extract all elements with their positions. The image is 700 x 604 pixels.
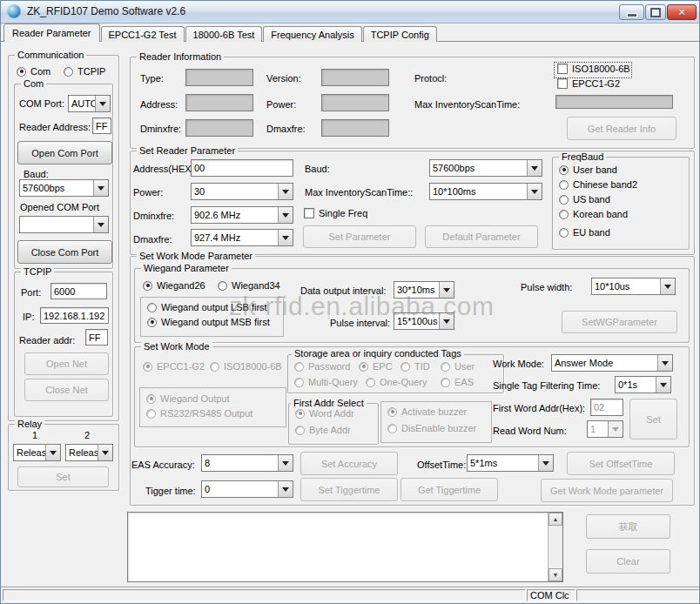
read-word-num-select[interactable]: 1 <box>587 420 623 438</box>
tab-tcpip-config[interactable]: TCPIP Config <box>363 26 437 42</box>
storage-tid-radio[interactable]: TID <box>400 361 430 372</box>
freqbaud-user-band-radio[interactable]: User band <box>559 164 617 175</box>
relay2-select[interactable]: Releas <box>65 444 113 461</box>
first-word-addr-input[interactable]: 02 <box>590 399 623 416</box>
storage-epc-radio[interactable]: EPC <box>359 361 393 372</box>
storage-password-radio[interactable]: Password <box>294 361 350 372</box>
rs232-output-radio[interactable]: RS232/RS485 Output <box>146 408 252 419</box>
com-port-dropdown-icon[interactable] <box>95 96 110 111</box>
freqbaud-us-band-radio[interactable]: US band <box>559 194 610 205</box>
wm-epcc1-g2-radio[interactable]: EPCC1-G2 <box>143 361 205 372</box>
relay1-dropdown-icon[interactable] <box>45 445 60 460</box>
relay1-select[interactable]: Releas <box>13 444 61 461</box>
freqbaud-eu-band-radio[interactable]: EU band <box>559 227 610 238</box>
reader-address-input[interactable]: FF <box>92 117 111 134</box>
ip-input[interactable]: 192.168.1.192 <box>40 307 109 324</box>
tigger-time-dropdown-icon[interactable] <box>278 481 293 497</box>
clear-button[interactable]: Clear <box>586 549 670 574</box>
set-parameter-button[interactable]: Set Parameter <box>303 225 416 248</box>
tab-frequency-analysis[interactable]: Frequency Analysis <box>263 26 361 42</box>
set-tiggertime-button[interactable]: Set Tiggertime <box>300 478 398 501</box>
single-freq-checkbox[interactable]: Single Freq <box>304 208 367 218</box>
set-wg-parameter-button[interactable]: SetWGParameter <box>562 311 677 333</box>
default-parameter-button[interactable]: Default Parameter <box>425 225 538 248</box>
activate-buzzer-radio[interactable]: Activate buzzer <box>387 406 467 417</box>
offset-time-select[interactable]: 5*1ms <box>467 454 554 472</box>
tab-reader-parameter[interactable]: Reader Parameter <box>3 23 100 42</box>
tab-epcc1-g2-test[interactable]: EPCC1-G2 Test <box>101 26 185 42</box>
com-radio[interactable]: Com <box>17 66 50 77</box>
byte-addr-radio[interactable]: Byte Addr <box>295 425 351 435</box>
work-mode-select[interactable]: Answer Mode <box>551 354 673 372</box>
epcc1-g2-checkbox[interactable]: EPCC1-G2 <box>557 78 620 89</box>
tigger-time-select[interactable]: 0 <box>201 480 293 498</box>
read-word-num-dropdown-icon[interactable] <box>608 421 623 437</box>
wm-iso18000-radio[interactable]: ISO18000-6B <box>210 361 282 372</box>
pulse-interval-dropdown-icon[interactable] <box>439 313 454 329</box>
pulse-width-select[interactable]: 10*10us <box>591 278 676 295</box>
work-mode-set-button[interactable]: Set <box>629 399 677 440</box>
set-baud-select[interactable]: 57600bps <box>429 159 542 177</box>
port-input[interactable]: 6000 <box>50 283 107 299</box>
set-offset-time-button[interactable]: Set OffsetTime <box>567 452 675 475</box>
opened-com-port-dropdown-icon[interactable] <box>93 217 108 232</box>
set-dminxfre-dropdown-icon[interactable] <box>278 207 293 223</box>
storage-one-query-radio[interactable]: One-Query <box>366 377 427 387</box>
pulse-width-dropdown-icon[interactable] <box>660 279 675 294</box>
open-net-button[interactable]: Open Net <box>24 352 109 375</box>
set-max-scan-select[interactable]: 10*100ms <box>429 183 542 200</box>
reader-addr-input[interactable]: FF <box>85 329 108 346</box>
scroll-down-icon[interactable]: ▼ <box>549 568 562 581</box>
filter-time-select[interactable]: 0*1s <box>615 376 671 393</box>
get-button[interactable]: 获取 <box>586 514 670 539</box>
get-work-mode-parameter-button[interactable]: Get Work Mode parameter <box>541 479 673 502</box>
tab-18000-6b-test[interactable]: 18000-6B Test <box>185 26 263 42</box>
set-max-scan-dropdown-icon[interactable] <box>527 184 542 199</box>
open-com-port-button[interactable]: Open Com Port <box>17 141 112 164</box>
relay2-dropdown-icon[interactable] <box>98 445 112 460</box>
wiegand-lsb-radio[interactable]: Wiegand output LSB first <box>147 302 267 312</box>
set-dmaxfre-dropdown-icon[interactable] <box>278 230 293 245</box>
scroll-up-icon[interactable]: ▲ <box>549 513 562 526</box>
get-tiggertime-button[interactable]: Get Tiggertime <box>400 478 498 501</box>
baud-select[interactable]: 57600bps <box>19 179 109 197</box>
minimize-button[interactable] <box>619 4 644 20</box>
set-dmaxfre-select[interactable]: 927.4 MHz <box>191 229 293 246</box>
offset-time-dropdown-icon[interactable] <box>538 455 553 471</box>
set-dminxfre-select[interactable]: 902.6 MHz <box>191 206 293 224</box>
com-port-select[interactable]: AUTO <box>68 95 111 112</box>
set-power-select[interactable]: 30 <box>191 183 293 200</box>
iso18000-6b-checkbox[interactable]: ISO18000-6B <box>557 64 630 74</box>
set-baud-dropdown-icon[interactable] <box>527 160 542 176</box>
data-output-interval-select[interactable]: 30*10ms <box>394 281 454 299</box>
word-addr-radio[interactable]: Word Addr <box>295 408 354 419</box>
eas-accuracy-dropdown-icon[interactable] <box>278 455 293 471</box>
relay-set-button[interactable]: Set <box>17 466 109 487</box>
tcpip-radio[interactable]: TCPIP <box>64 66 105 77</box>
pulse-interval-select[interactable]: 15*100us <box>394 312 454 330</box>
wiegand34-radio[interactable]: Wiegand34 <box>218 280 280 291</box>
close-com-port-button[interactable]: Close Com Port <box>17 240 112 264</box>
opened-com-port-select[interactable] <box>19 216 109 233</box>
set-accuracy-button[interactable]: Set Accuracy <box>300 452 398 475</box>
maximize-button[interactable] <box>645 4 666 20</box>
data-output-interval-dropdown-icon[interactable] <box>439 282 454 298</box>
address-hex-input[interactable]: 00 <box>191 159 293 177</box>
wiegand-msb-radio[interactable]: Wiegand output MSB first <box>147 317 270 327</box>
wiegand26-radio[interactable]: Wiegand26 <box>143 280 205 291</box>
get-reader-info-button[interactable]: Get Reader Info <box>567 117 676 140</box>
baud-dropdown-icon[interactable] <box>93 180 108 196</box>
work-mode-dropdown-icon[interactable] <box>657 355 672 371</box>
output-log-area[interactable]: ▲ ▼ <box>127 512 563 582</box>
set-power-dropdown-icon[interactable] <box>278 184 293 199</box>
filter-time-dropdown-icon[interactable] <box>656 377 670 393</box>
storage-user-radio[interactable]: User <box>441 361 475 372</box>
output-scrollbar[interactable]: ▲ ▼ <box>548 513 562 581</box>
freqbaud-chinese-band2-radio[interactable]: Chinese band2 <box>559 179 637 190</box>
freqbaud-korean-band-radio[interactable]: Korean band <box>559 209 628 219</box>
eas-accuracy-select[interactable]: 8 <box>201 454 293 472</box>
close-net-button[interactable]: Close Net <box>24 379 109 401</box>
wiegand-output-radio[interactable]: Wiegand Output <box>146 393 230 404</box>
storage-multi-query-radio[interactable]: Multi-Query <box>294 377 358 387</box>
close-button[interactable]: ✕ <box>667 4 697 20</box>
